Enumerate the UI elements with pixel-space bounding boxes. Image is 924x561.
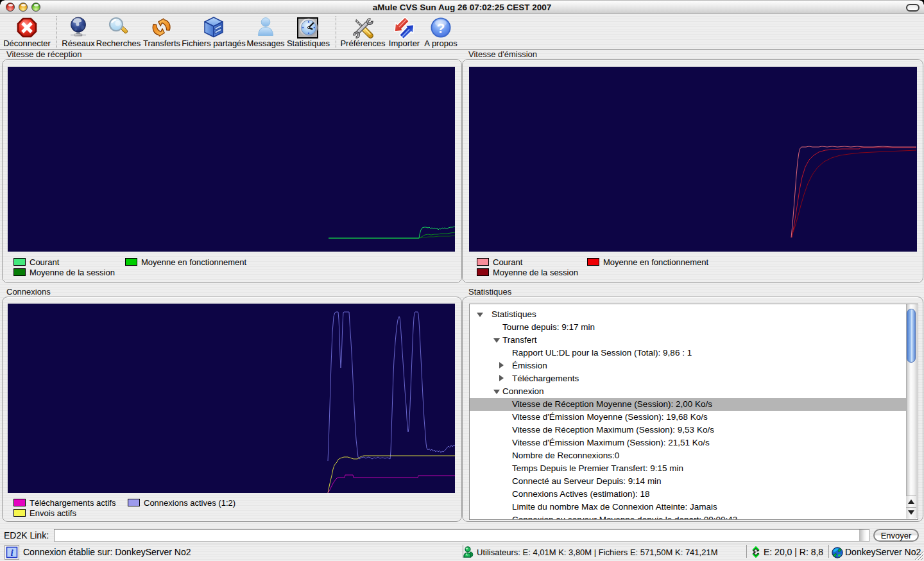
svg-text:?: ? xyxy=(437,21,445,35)
